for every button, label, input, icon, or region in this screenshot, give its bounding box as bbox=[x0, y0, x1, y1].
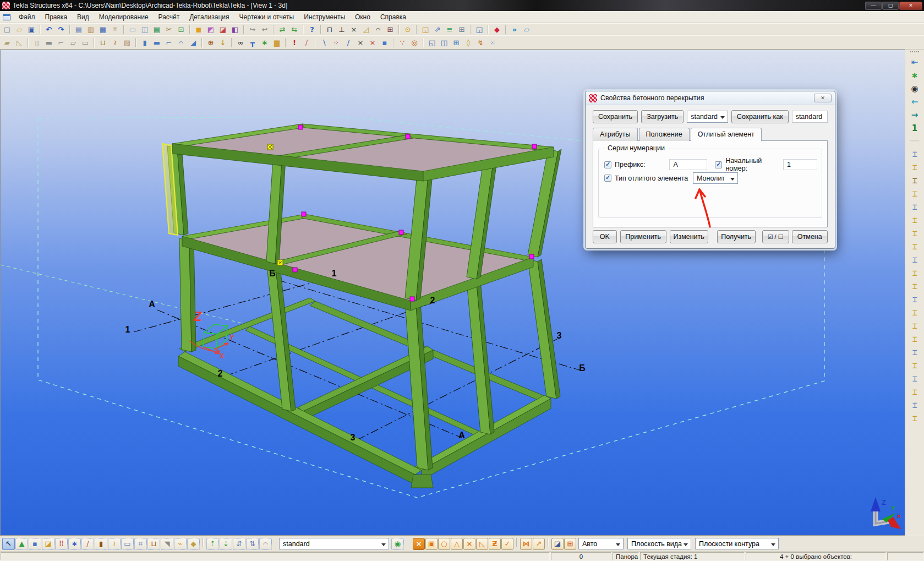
selection-filter-combo[interactable]: standard bbox=[279, 538, 389, 549]
dim-cross-icon[interactable]: × bbox=[354, 37, 367, 48]
select-points-icon[interactable]: ⠿ bbox=[55, 538, 68, 550]
select-area-icon[interactable]: ⊡ bbox=[175, 24, 187, 35]
connection-icon[interactable]: ⌶ bbox=[908, 161, 922, 174]
snap-depth-icon[interactable]: ⋈ bbox=[520, 538, 532, 550]
prefix-input[interactable]: A bbox=[669, 159, 707, 170]
snap-perpendicular-icon[interactable]: ◺ bbox=[476, 538, 488, 550]
select-assembly-up-icon[interactable]: ⇡ bbox=[206, 538, 219, 550]
part-orange-icon[interactable]: ◼ bbox=[193, 24, 205, 35]
forward-icon[interactable]: → bbox=[908, 108, 922, 122]
relative-coords-icon[interactable]: ⊞ bbox=[564, 538, 576, 550]
level-icon[interactable]: ⊥ bbox=[336, 24, 348, 35]
connection-icon[interactable]: ⌶ bbox=[908, 333, 922, 346]
steel-polybeam-icon[interactable]: ⌐ bbox=[163, 37, 175, 48]
select-hierarchy-icon[interactable]: ⇵ bbox=[233, 538, 245, 550]
modify-button[interactable]: Изменить bbox=[670, 230, 708, 243]
ortho-icon[interactable]: ◪ bbox=[551, 538, 564, 550]
grid-views-icon[interactable]: ⊞ bbox=[450, 37, 462, 48]
select-surfaces-icon[interactable]: ◪ bbox=[42, 538, 54, 550]
swap-green2-icon[interactable]: ⇆ bbox=[288, 24, 300, 35]
context-help-icon[interactable]: ? bbox=[306, 24, 318, 35]
swap-green-icon[interactable]: ⇄ bbox=[276, 24, 288, 35]
target-icon[interactable]: ◎ bbox=[408, 37, 420, 48]
select-cuts-icon[interactable]: ◥ bbox=[161, 538, 173, 550]
view-properties-icon[interactable]: ◫ bbox=[139, 24, 151, 35]
connection-icon[interactable]: ⌶ bbox=[908, 148, 922, 161]
sketch-icon[interactable]: ∕ bbox=[300, 37, 313, 48]
fence-icon[interactable]: ⊓ bbox=[324, 24, 336, 35]
open-model-icon[interactable]: ▱ bbox=[13, 24, 25, 35]
snap-settings-icon[interactable]: ◉ bbox=[391, 538, 404, 550]
minimize-button[interactable] bbox=[865, 2, 882, 10]
snap-midpoint-icon[interactable]: △ bbox=[451, 538, 463, 550]
curved-beam-icon[interactable]: ⌒ bbox=[175, 37, 187, 48]
fly-icon[interactable]: ↪ bbox=[247, 24, 259, 35]
component-catalog-icon[interactable]: ∗ bbox=[908, 69, 922, 82]
tool-axe-icon[interactable]: ↯ bbox=[474, 37, 486, 48]
t-profile-icon[interactable]: ┳ bbox=[247, 37, 259, 48]
component-star-icon[interactable]: ∗ bbox=[259, 37, 271, 48]
angle-icon[interactable]: ◿ bbox=[360, 24, 372, 35]
tab-position[interactable]: Положение bbox=[639, 128, 690, 141]
steel-column-icon[interactable]: ▮ bbox=[139, 37, 151, 48]
dialog-title-bar[interactable]: Свойства бетонного перекрытия bbox=[586, 91, 835, 105]
snap-center-icon[interactable]: ○ bbox=[438, 538, 450, 550]
dialog-close-button[interactable] bbox=[814, 94, 832, 102]
connection-icon[interactable]: ⌶ bbox=[908, 240, 922, 253]
select-views-icon[interactable]: ▭ bbox=[121, 538, 134, 550]
load-button[interactable]: Загрузить bbox=[641, 110, 684, 123]
dim-box-icon[interactable]: ▪ bbox=[379, 37, 391, 48]
arc-icon[interactable]: ⌒ bbox=[372, 24, 384, 35]
schedule-icon[interactable]: ⊞ bbox=[456, 24, 468, 35]
slab-icon[interactable]: ▱ bbox=[67, 37, 79, 48]
select-swap-icon[interactable]: ⇅ bbox=[246, 538, 259, 550]
ok-button[interactable]: OK bbox=[593, 230, 617, 243]
open-small-icon[interactable]: ▱ bbox=[521, 24, 533, 35]
save-button[interactable]: Сохранить bbox=[593, 110, 638, 123]
undo-icon[interactable]: ↶ bbox=[43, 24, 55, 35]
profile-combo[interactable]: standard bbox=[687, 111, 728, 123]
save-as-input[interactable]: standard bbox=[792, 111, 828, 123]
select-filter-icon[interactable]: ▲ bbox=[15, 538, 28, 550]
connection-icon[interactable]: ⌶ bbox=[908, 187, 922, 200]
connection-icon[interactable]: ⌶ bbox=[908, 280, 922, 293]
save-as-button[interactable]: Сохранить как bbox=[731, 110, 789, 123]
dock-icon[interactable]: ⇤ bbox=[908, 56, 922, 69]
connection-icon[interactable]: ⌶ bbox=[908, 346, 922, 359]
copy-special-icon[interactable]: ▥ bbox=[85, 24, 97, 35]
view-window-icon[interactable] bbox=[3, 14, 10, 20]
screenshot-icon[interactable]: ◲ bbox=[473, 24, 485, 35]
menu-edit[interactable]: Правка bbox=[40, 12, 73, 23]
save-icon[interactable]: ▣ bbox=[25, 24, 37, 35]
menu-detailing[interactable]: Детализация bbox=[184, 12, 234, 23]
dim-line-icon[interactable]: ∖ bbox=[318, 37, 330, 48]
polybeam-icon[interactable]: ⌐ bbox=[55, 37, 67, 48]
select-components-icon[interactable]: ◆ bbox=[187, 538, 200, 550]
snap-extension-icon[interactable]: Ƶ bbox=[489, 538, 501, 550]
part-purple-icon[interactable]: ◧ bbox=[229, 24, 241, 35]
connection-icon[interactable]: ⌶ bbox=[908, 306, 922, 319]
macro-icon[interactable]: ⌗ bbox=[109, 24, 121, 35]
connection-icon[interactable]: ⌶ bbox=[908, 319, 922, 333]
select-parts-icon[interactable]: ▪ bbox=[29, 538, 41, 550]
menu-view[interactable]: Вид bbox=[72, 12, 94, 23]
pin-icon[interactable]: ⊙ bbox=[402, 24, 414, 35]
toggle-fields-button[interactable]: ☑ / ☐ bbox=[762, 230, 789, 243]
snap-points-icon[interactable]: × bbox=[413, 538, 425, 550]
tab-attributes[interactable]: Атрибуты bbox=[593, 128, 638, 141]
start-number-checkbox[interactable] bbox=[715, 161, 722, 168]
get-button[interactable]: Получить bbox=[717, 230, 756, 243]
pad-footing-icon[interactable]: ▰ bbox=[1, 37, 13, 48]
start-number-input[interactable]: 1 bbox=[783, 159, 817, 170]
pad-icon[interactable]: ▆ bbox=[271, 37, 283, 48]
cut-icon[interactable]: ✂ bbox=[163, 24, 175, 35]
doc-arrow-icon[interactable]: ⇗ bbox=[431, 24, 444, 35]
connection-icon[interactable]: ⌶ bbox=[908, 372, 922, 385]
strand-icon[interactable]: ⊔ bbox=[97, 37, 109, 48]
toolbar-grip[interactable] bbox=[910, 51, 919, 53]
stud-icon[interactable]: ↓ bbox=[217, 37, 229, 48]
copy-view-icon[interactable]: ◱ bbox=[426, 37, 438, 48]
copy-icon[interactable]: ▤ bbox=[73, 24, 85, 35]
tekla-tool-icon[interactable]: ◆ bbox=[491, 24, 503, 35]
dim-double-icon[interactable]: ∕ bbox=[342, 37, 354, 48]
